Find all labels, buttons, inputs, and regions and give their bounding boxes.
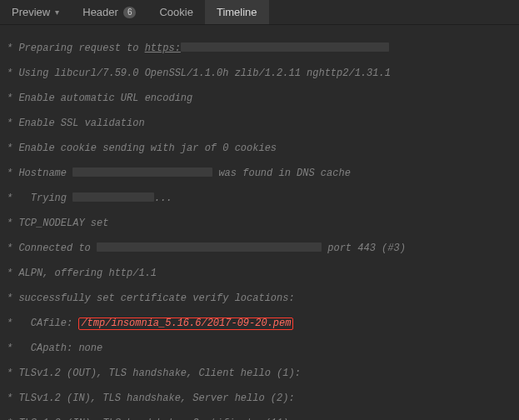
tab-timeline[interactable]: Timeline xyxy=(205,0,269,24)
timeline-log: * Preparing request to https: * Using li… xyxy=(0,25,519,420)
tab-bar: Preview ▾ Header 6 Cookie Timeline xyxy=(0,0,519,25)
log-line: * TCP_NODELAY set xyxy=(7,218,514,230)
log-line: * successfully set certificate verify lo… xyxy=(7,292,514,305)
log-line: * Enable cookie sending with jar of 0 co… xyxy=(7,142,514,155)
log-line: * Hostname was found in DNS cache xyxy=(7,168,514,180)
log-line: * TLSv1.2 (IN), TLS handshake, Server he… xyxy=(7,392,514,405)
tab-header-label: Header xyxy=(82,6,118,18)
tab-cookie[interactable]: Cookie xyxy=(147,0,204,24)
log-line: * TLSv1.2 (OUT), TLS handshake, Client h… xyxy=(7,368,514,380)
log-line: * Preparing request to https: xyxy=(7,42,514,55)
ca-file-path: /tmp/insomnia_5.16.6/2017-09-20.pem xyxy=(78,318,293,330)
header-count-badge: 6 xyxy=(123,7,137,18)
request-url: https: xyxy=(145,42,181,54)
log-line: * Enable automatic URL encoding xyxy=(7,92,514,105)
tab-preview-label: Preview xyxy=(12,6,50,18)
log-line: * Connected to port 443 (#3) xyxy=(7,242,514,255)
log-line: * CAfile: /tmp/insomnia_5.16.6/2017-09-2… xyxy=(7,318,514,330)
tab-timeline-label: Timeline xyxy=(217,6,257,18)
tab-cookie-label: Cookie xyxy=(159,6,192,18)
log-line: * ALPN, offering http/1.1 xyxy=(7,268,514,280)
chevron-down-icon: ▾ xyxy=(55,8,59,17)
log-line: * Trying ... xyxy=(7,192,514,205)
log-line: * Enable SSL validation xyxy=(7,118,514,130)
log-line: * Using libcurl/7.59.0 OpenSSL/1.1.0h zl… xyxy=(7,68,514,80)
tab-header[interactable]: Header 6 xyxy=(71,0,147,24)
log-line: * CApath: none xyxy=(7,342,514,355)
tab-preview[interactable]: Preview ▾ xyxy=(0,0,71,24)
